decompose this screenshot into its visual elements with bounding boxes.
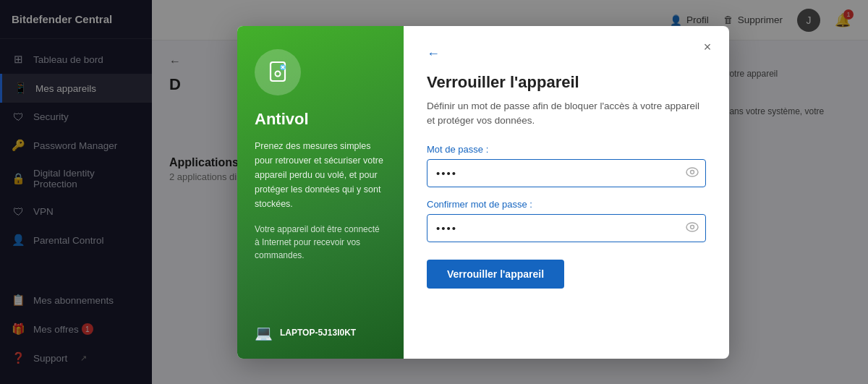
modal-left-panel: Antivol Prenez des mesures simples pour … [237,26,404,359]
device-name: LAPTOP-5J13I0KT [280,328,356,338]
modal-left-title: Antivol [255,110,386,129]
svg-point-1 [276,71,281,76]
laptop-icon: 💻 [255,324,273,341]
password-eye-icon[interactable] [686,167,699,180]
svg-point-6 [691,170,694,174]
modal-back-button[interactable]: ← [427,46,706,61]
password-input[interactable] [427,159,706,187]
confirm-password-label: Confirmer mot de passe : [427,199,706,210]
modal-device-info: 💻 LAPTOP-5J13I0KT [255,324,356,341]
antivol-modal: Antivol Prenez des mesures simples pour … [237,26,729,359]
modal-right-panel: × ← Verrouiller l'appareil Définir un mo… [404,26,729,359]
password-field-wrap [427,159,706,187]
svg-point-8 [691,225,694,229]
modal-left-desc: Prenez des mesures simples pour retrouve… [255,139,386,211]
modal-feature-icon [255,49,301,95]
svg-point-7 [686,223,698,231]
modal-subtitle: Définir un mot de passe afin de bloquer … [427,99,706,129]
password-label: Mot de passe : [427,144,706,155]
confirm-password-field-wrap [427,214,706,242]
modal-title: Verrouiller l'appareil [427,73,706,92]
modal-left-note: Votre appareil doit être connecté à Inte… [255,223,386,262]
confirm-eye-icon[interactable] [686,222,699,235]
confirm-password-input[interactable] [427,214,706,242]
lock-device-button[interactable]: Verrouiller l'appareil [427,260,564,289]
modal-close-button[interactable]: × [697,38,718,58]
svg-point-5 [686,168,698,176]
